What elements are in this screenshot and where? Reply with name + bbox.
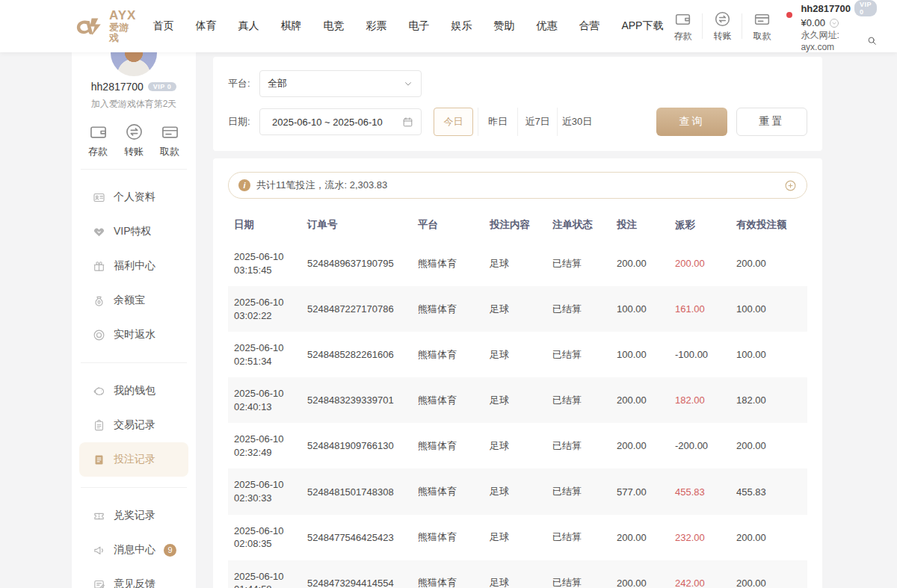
cell-status: 已结算 xyxy=(546,423,611,468)
username[interactable]: hh2817700 xyxy=(801,3,851,14)
records-panel: i 共计11笔投注，流水: 2,303.83 日期订单号平台投注内容注单状态投注… xyxy=(213,158,822,588)
cell-content: 足球 xyxy=(484,423,546,468)
main-content: 平台: 全部 日期: 2025-06-10 ~ 2025-06-10 今日昨日近… xyxy=(213,52,822,588)
date-range-input[interactable]: 2025-06-10 ~ 2025-06-10 xyxy=(259,108,422,135)
table-row: 2025-06-1002:30:33 5248481501748308 熊猫体育… xyxy=(228,468,807,514)
cell-order: 5248483239339701 xyxy=(301,377,412,423)
cell-valid: 100.00 xyxy=(730,286,807,332)
column-header: 投注 xyxy=(611,209,669,241)
summary-text: 共计11笔投注，流水: 2,303.83 xyxy=(256,179,387,192)
divider xyxy=(81,169,187,170)
cell-bet: 100.00 xyxy=(611,332,669,377)
balance-refresh-icon[interactable] xyxy=(829,18,839,28)
money-bag-icon xyxy=(93,294,105,307)
column-header: 投注内容 xyxy=(484,209,546,241)
cell-valid: 200.00 xyxy=(730,560,807,588)
sidebar-item-label: 个人资料 xyxy=(114,191,155,204)
range-今日[interactable]: 今日 xyxy=(434,108,473,136)
reset-button[interactable]: 重置 xyxy=(736,108,807,136)
cell-content: 足球 xyxy=(484,377,546,423)
cell-status: 已结算 xyxy=(546,332,611,377)
table-row: 2025-06-1002:51:34 5248485282261606 熊猫体育… xyxy=(228,332,807,377)
nav-item[interactable]: 彩票 xyxy=(366,19,386,33)
table-body: 2025-06-1003:15:45 5248489637190795 熊猫体育… xyxy=(228,241,807,588)
cell-valid: 200.00 xyxy=(730,241,807,286)
deposit-wallet-icon xyxy=(674,10,691,28)
info-icon: i xyxy=(238,179,250,191)
platform-select[interactable]: 全部 xyxy=(259,70,422,97)
range-近7日[interactable]: 近7日 xyxy=(517,108,557,136)
cell-payout: 232.00 xyxy=(669,515,730,560)
nav-item[interactable]: 优惠 xyxy=(536,19,557,33)
sidebar-item-VIP特权[interactable]: VIP特权 xyxy=(79,214,188,249)
sidebar: hh2817700 VIP 0 加入爱游戏体育第2天 存款 转账 取款 个人资料… xyxy=(72,52,196,588)
sidebar-item-交易记录[interactable]: 交易记录 xyxy=(79,408,188,442)
search-icon[interactable] xyxy=(867,36,877,46)
nav-item[interactable]: APP下载 xyxy=(621,19,663,33)
column-header: 注单状态 xyxy=(546,209,611,241)
cell-payout: -200.00 xyxy=(669,423,730,468)
cell-platform: 熊猫体育 xyxy=(412,377,484,423)
sidebar-item-意见反馈[interactable]: 意见反馈 xyxy=(79,567,188,588)
date-range-value: 2025-06-10 ~ 2025-06-10 xyxy=(268,117,402,128)
expand-plus-icon[interactable] xyxy=(784,179,797,192)
cell-status: 已结算 xyxy=(546,286,611,332)
sidebar-quick-取款[interactable]: 取款 xyxy=(160,123,179,158)
header-quick-存款[interactable]: 存款 xyxy=(663,10,702,43)
cell-payout: 242.00 xyxy=(669,560,730,588)
nav-item[interactable]: 赞助 xyxy=(493,19,514,33)
range-近30日[interactable]: 近30日 xyxy=(557,108,597,136)
sidebar-item-福利中心[interactable]: 福利中心 xyxy=(79,249,188,283)
column-header: 有效投注额 xyxy=(730,209,807,241)
cell-platform: 熊猫体育 xyxy=(412,423,484,468)
sidebar-item-余额宝[interactable]: 余额宝 xyxy=(79,283,188,318)
sidebar-item-个人资料[interactable]: 个人资料 xyxy=(79,180,188,214)
calendar-icon xyxy=(402,117,413,128)
cell-content: 足球 xyxy=(484,560,546,588)
sidebar-item-实时返水[interactable]: 实时返水 xyxy=(79,318,188,352)
sidebar-item-消息中心[interactable]: 消息中心9 xyxy=(79,533,188,567)
notification-dot xyxy=(786,12,792,18)
nav-item[interactable]: 合营 xyxy=(579,19,599,33)
sidebar-item-label: 消息中心 xyxy=(114,543,155,557)
cell-valid: 455.83 xyxy=(730,468,807,514)
nav-item[interactable]: 电子 xyxy=(408,19,429,33)
sidebar-item-label: 余额宝 xyxy=(114,294,145,307)
cell-date: 2025-06-1003:15:45 xyxy=(228,241,301,286)
nav-item[interactable]: 棋牌 xyxy=(280,19,301,33)
filter-panel: 平台: 全部 日期: 2025-06-10 ~ 2025-06-10 今日昨日近… xyxy=(213,57,822,151)
cell-payout: 161.00 xyxy=(669,286,730,332)
sidebar-item-label: 实时返水 xyxy=(114,328,155,341)
sidebar-quick-转账[interactable]: 转账 xyxy=(124,123,144,158)
header-quick-转账[interactable]: 转账 xyxy=(703,10,742,43)
cell-payout: -100.00 xyxy=(669,332,730,377)
sidebar-item-兑奖记录[interactable]: 兑奖记录 xyxy=(79,498,188,533)
nav-item[interactable]: 真人 xyxy=(238,19,259,33)
sidebar-username: hh2817700 xyxy=(91,81,144,93)
sidebar-item-我的钱包[interactable]: 我的钱包 xyxy=(79,374,188,408)
cell-order: 5248481909766130 xyxy=(301,423,412,468)
range-昨日[interactable]: 昨日 xyxy=(478,108,517,136)
cell-order: 5248489637190795 xyxy=(301,241,412,286)
cell-platform: 熊猫体育 xyxy=(412,241,484,286)
cell-platform: 熊猫体育 xyxy=(412,515,484,560)
nav-item[interactable]: 娱乐 xyxy=(451,19,472,33)
nav-item[interactable]: 首页 xyxy=(152,19,173,33)
sidebar-quick-存款[interactable]: 存款 xyxy=(88,123,108,158)
nav-item[interactable]: 电竞 xyxy=(323,19,344,33)
withdraw-card-icon xyxy=(161,123,179,141)
brand-logo[interactable]: AYX 爱游戏 xyxy=(75,9,136,43)
column-header: 平台 xyxy=(412,209,484,241)
cell-platform: 熊猫体育 xyxy=(412,332,484,377)
sidebar-quick-actions: 存款 转账 取款 xyxy=(72,123,196,158)
sidebar-item-投注记录[interactable]: 投注记录 xyxy=(79,442,188,477)
nav-item[interactable]: 体育 xyxy=(195,19,216,33)
cell-content: 足球 xyxy=(484,286,546,332)
cell-date: 2025-06-1002:30:33 xyxy=(228,468,301,514)
piggy-wallet-icon xyxy=(93,385,105,397)
header-quick-取款[interactable]: 取款 xyxy=(742,10,781,43)
query-button[interactable]: 查询 xyxy=(656,108,727,136)
table-row: 2025-06-1002:32:49 5248481909766130 熊猫体育… xyxy=(228,423,807,468)
cell-order: 5248473294414554 xyxy=(301,560,412,588)
cell-date: 2025-06-1002:32:49 xyxy=(228,423,301,468)
